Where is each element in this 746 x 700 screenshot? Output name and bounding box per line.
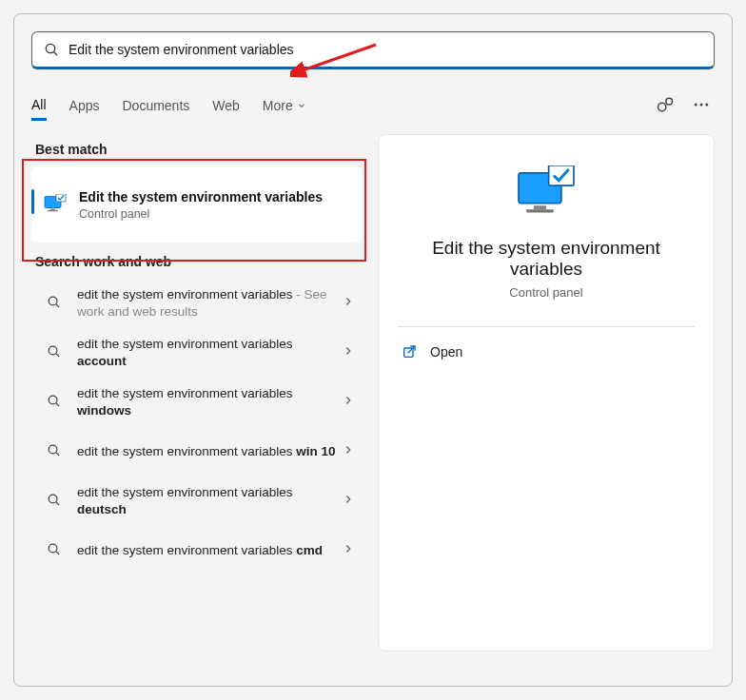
suggestion-text: edit the system environment variables - …: [77, 286, 342, 321]
suggestion-text: edit the system environment variables cm…: [77, 542, 342, 559]
tab-all[interactable]: All: [31, 91, 47, 121]
best-match-title: Edit the system environment variables: [79, 188, 323, 205]
web-suggestion-item[interactable]: edit the system environment variables wi…: [31, 427, 363, 476]
open-label: Open: [430, 344, 462, 360]
search-icon: [44, 42, 59, 57]
suggestion-text: edit the system environment variables de…: [77, 484, 342, 518]
svg-rect-28: [526, 209, 554, 212]
svg-line-1: [54, 52, 57, 55]
search-icon: [47, 493, 62, 511]
preview-pane: Edit the system environment variables Co…: [378, 134, 715, 651]
svg-point-0: [46, 44, 54, 52]
svg-rect-11: [48, 210, 58, 211]
web-suggestion-item[interactable]: edit the system environment variables cm…: [31, 526, 363, 575]
suggestion-text: edit the system environment variables wi…: [77, 443, 342, 460]
svg-line-14: [56, 304, 59, 307]
preview-subtitle: Control panel: [379, 285, 714, 300]
search-icon: [47, 443, 62, 461]
svg-point-4: [666, 98, 673, 105]
svg-point-23: [49, 544, 57, 553]
selection-indicator: [31, 189, 34, 214]
chevron-right-icon: [342, 542, 355, 559]
filter-tabs: All Apps Documents Web More: [31, 87, 715, 125]
search-input[interactable]: [69, 42, 702, 57]
open-action[interactable]: Open: [379, 327, 714, 377]
open-external-icon: [402, 344, 417, 360]
tab-apps[interactable]: Apps: [69, 92, 100, 119]
svg-rect-29: [549, 165, 574, 185]
tab-more[interactable]: More: [263, 92, 306, 119]
svg-point-19: [49, 445, 57, 454]
web-suggestion-item[interactable]: edit the system environment variables ac…: [31, 328, 363, 378]
svg-point-6: [700, 103, 703, 106]
tab-web[interactable]: Web: [212, 92, 240, 119]
svg-line-22: [56, 502, 59, 505]
search-bar[interactable]: [31, 31, 715, 69]
results-column: Best match Edit the system environment v…: [31, 134, 363, 651]
preview-title: Edit the system environment variables: [379, 238, 714, 280]
best-match-result[interactable]: Edit the system environment variables Co…: [31, 166, 363, 243]
svg-line-31: [408, 346, 415, 353]
web-suggestion-item[interactable]: edit the system environment variables wi…: [31, 378, 363, 427]
best-match-heading: Best match: [35, 142, 363, 157]
preview-app-icon: [379, 165, 714, 221]
svg-point-3: [658, 103, 666, 110]
svg-rect-27: [534, 205, 546, 209]
svg-point-13: [49, 297, 57, 305]
svg-rect-10: [50, 209, 55, 211]
svg-line-20: [56, 453, 59, 456]
more-options-icon[interactable]: [688, 91, 715, 121]
suggestion-text: edit the system environment variables ac…: [77, 336, 342, 370]
chevron-right-icon: [342, 394, 355, 411]
chevron-right-icon: [342, 443, 355, 460]
tab-documents[interactable]: Documents: [122, 92, 189, 119]
svg-line-18: [56, 403, 59, 406]
search-icon: [47, 394, 62, 412]
best-match-subtitle: Control panel: [79, 207, 323, 221]
svg-point-5: [695, 103, 697, 106]
search-icon: [47, 344, 62, 362]
svg-point-21: [49, 495, 57, 503]
chevron-right-icon: [342, 344, 355, 361]
search-web-heading: Search work and web: [35, 254, 363, 269]
svg-point-7: [705, 103, 708, 106]
search-window: All Apps Documents Web More Best match: [13, 13, 733, 687]
chevron-right-icon: [342, 295, 355, 312]
search-icon: [47, 295, 62, 313]
web-suggestion-item[interactable]: edit the system environment variables - …: [31, 279, 363, 328]
svg-line-24: [56, 552, 59, 554]
profile-switch-icon[interactable]: [652, 91, 678, 121]
svg-point-17: [49, 396, 57, 404]
web-suggestion-item[interactable]: edit the system environment variables de…: [31, 476, 363, 526]
web-suggestions-list: edit the system environment variables - …: [31, 279, 363, 575]
suggestion-text: edit the system environment variables wi…: [77, 385, 342, 419]
svg-line-16: [56, 354, 59, 357]
svg-point-15: [49, 346, 57, 355]
chevron-right-icon: [342, 493, 355, 510]
search-icon: [47, 542, 62, 560]
chevron-down-icon: [297, 101, 306, 110]
monitor-check-icon: [43, 194, 68, 215]
